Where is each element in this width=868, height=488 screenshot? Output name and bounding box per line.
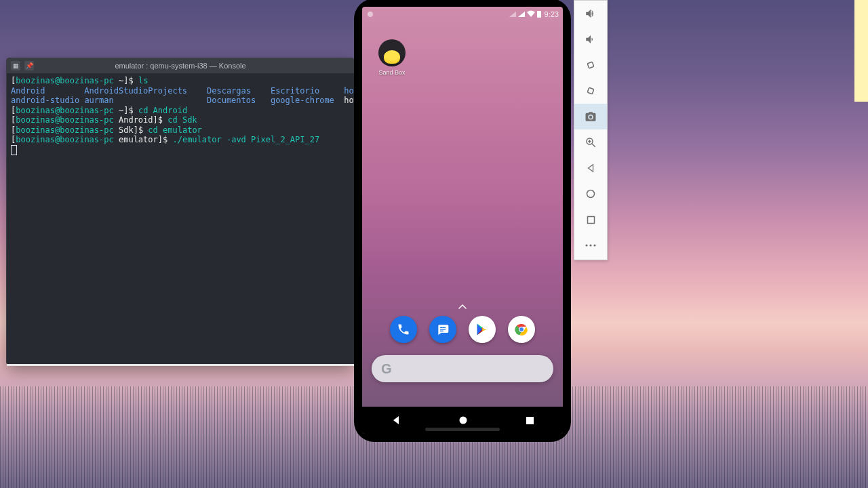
svg-point-21: [589, 244, 591, 246]
svg-point-20: [585, 244, 587, 246]
emu-back-button[interactable]: [574, 155, 607, 181]
svg-rect-2: [440, 331, 443, 331]
svg-marker-5: [482, 327, 487, 331]
svg-rect-19: [587, 216, 594, 223]
phone-chin-bar: [425, 428, 500, 431]
svg-rect-1: [440, 329, 446, 329]
wifi-icon: [527, 10, 535, 18]
terminal-tab-icon[interactable]: ▦: [11, 61, 20, 70]
dock-playstore-icon[interactable]: [469, 316, 496, 343]
svg-point-22: [593, 244, 595, 246]
app-drawer-handle[interactable]: [458, 302, 467, 310]
emulator-device-frame: 9:23 Sand Box: [355, 0, 570, 441]
emu-screenshot-button[interactable]: [574, 104, 607, 129]
nav-home-button[interactable]: [458, 415, 468, 425]
dock-chrome-icon[interactable]: [508, 316, 535, 343]
nav-overview-button[interactable]: [526, 416, 534, 425]
terminal-title: emulator : qemu-system-i38 — Konsole: [34, 62, 327, 70]
emulator-screen[interactable]: 9:23 Sand Box: [362, 7, 563, 434]
emu-volume-down-button[interactable]: [574, 26, 607, 52]
svg-point-18: [587, 190, 595, 198]
svg-rect-12: [587, 62, 594, 68]
svg-line-15: [592, 144, 595, 147]
status-clock: 9:23: [545, 10, 559, 18]
google-g-icon: G: [381, 361, 392, 377]
emu-volume-up-button[interactable]: [574, 1, 607, 26]
home-app-sandbox[interactable]: Sand Box: [374, 39, 410, 76]
battery-icon: [537, 11, 541, 18]
android-dock: [362, 316, 563, 348]
emu-rotate-left-button[interactable]: [574, 52, 607, 78]
emulator-toolbar: [574, 0, 608, 260]
svg-rect-13: [587, 87, 594, 94]
svg-point-10: [460, 417, 467, 424]
desktop-wallpaper: ▦ 📌 emulator : qemu-system-i38 — Konsole…: [0, 0, 868, 488]
terminal-titlebar[interactable]: ▦ 📌 emulator : qemu-system-i38 — Konsole: [7, 58, 354, 73]
sandbox-app-icon: [378, 39, 406, 66]
emu-more-button[interactable]: [574, 232, 607, 258]
svg-marker-6: [477, 324, 483, 336]
emu-home-button[interactable]: [574, 181, 607, 207]
terminal-body[interactable]: [boozinas@boozinas-pc ~]$ ls Android And…: [7, 73, 354, 160]
nav-back-button[interactable]: [391, 415, 401, 426]
terminal-resize-handle[interactable]: [7, 364, 354, 366]
android-status-bar[interactable]: 9:23: [362, 7, 563, 22]
emu-zoom-button[interactable]: [574, 129, 607, 155]
home-app-label: Sand Box: [374, 69, 410, 76]
google-search-bar[interactable]: G: [372, 355, 553, 382]
signal-icon: [518, 12, 525, 17]
emu-rotate-right-button[interactable]: [574, 78, 607, 104]
svg-rect-11: [526, 417, 534, 424]
terminal-pin-icon[interactable]: 📌: [24, 61, 34, 70]
sticky-note-corner: [854, 0, 868, 102]
emu-overview-button[interactable]: [574, 207, 607, 232]
search-input[interactable]: [399, 363, 544, 375]
status-notification-dot: [368, 12, 373, 17]
svg-rect-0: [440, 327, 446, 328]
dock-messages-icon[interactable]: [429, 316, 456, 343]
dock-phone-icon[interactable]: [390, 316, 417, 343]
signal-empty-icon: [509, 12, 516, 17]
terminal-window[interactable]: ▦ 📌 emulator : qemu-system-i38 — Konsole…: [7, 58, 354, 365]
